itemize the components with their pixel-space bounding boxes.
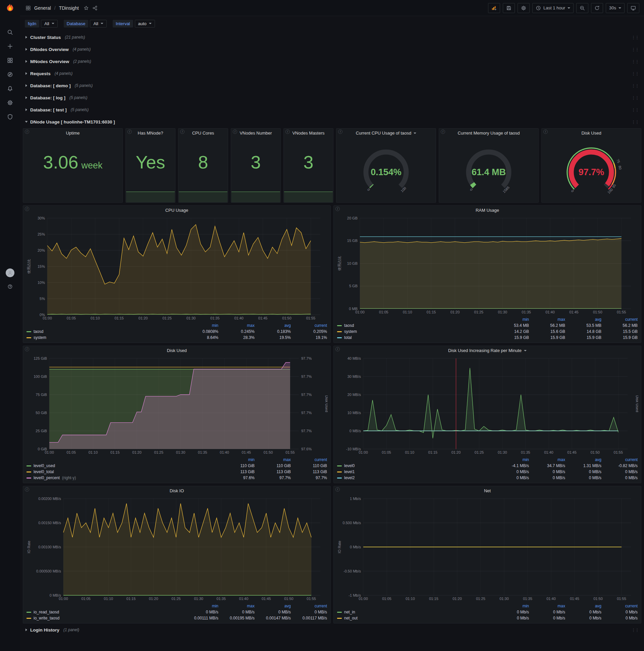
dashboard-settings-button[interactable] [518, 3, 529, 13]
panel-info-icon[interactable]: i [233, 129, 237, 134]
legend-col-avg[interactable]: avg [565, 603, 602, 609]
legend-col-min[interactable]: min [493, 457, 529, 463]
legend-item-taosd[interactable]: taosd [337, 322, 493, 329]
row-drag-handle[interactable]: ⋮⋮ [631, 47, 639, 52]
bell-icon[interactable] [7, 86, 13, 92]
chart-plot[interactable]: 0%5%10%15%20%25%30%01:0001:0501:1001:150… [26, 215, 328, 321]
panel-info-icon[interactable]: i [25, 129, 29, 134]
legend-col-current[interactable]: current [291, 603, 327, 609]
row-drag-handle[interactable]: ⋮⋮ [631, 83, 639, 88]
legend-item-io-write-taosd[interactable]: io_write_taosd [27, 615, 182, 621]
legend-item-net-in[interactable]: net_in [337, 609, 493, 615]
row-drag-handle[interactable]: ⋮⋮ [631, 35, 639, 40]
panel-title[interactable]: Current Memory Usage of taosd [439, 128, 538, 137]
legend-item-level2[interactable]: level2 [337, 475, 493, 481]
chart-plot[interactable]: -10 MB/s0 MB/s10 MB/s20 MB/s30 MB/s40 MB… [336, 356, 638, 456]
plus-icon[interactable] [7, 43, 13, 49]
legend-col-min[interactable]: min [182, 603, 218, 609]
star-icon[interactable] [84, 5, 89, 11]
legend-item-level0-percent[interactable]: level0_percent (right-y) [27, 475, 218, 481]
legend-col-avg[interactable]: avg [255, 603, 291, 609]
user-avatar[interactable] [6, 269, 14, 277]
legend-col-max[interactable]: max [218, 603, 255, 609]
shield-icon[interactable] [7, 114, 13, 120]
legend-item-system[interactable]: system [337, 329, 493, 335]
legend-col-current[interactable]: current [602, 316, 638, 322]
variable-value-interval[interactable]: auto [135, 20, 155, 28]
dashboard-row-database-test[interactable]: Database: [ test ](5 panels)⋮⋮ [23, 104, 641, 116]
legend-item-level0-total[interactable]: level0_total [27, 469, 218, 475]
chart-plot[interactable]: 0 MB/s0.000500 MB/s0.00100 MB/s0.00150 M… [26, 496, 328, 602]
chart-plot[interactable]: 0 GiB25 GiB50 GiB75 GiB100 GiB125 GiB97.… [26, 356, 328, 456]
legend-col-min[interactable]: min [493, 316, 529, 322]
dashboard-row-dnode-usage-huolinhe-tm1701-6030[interactable]: DNode Usage [ huolinhe-TM1701:6030 ]⋮⋮ [23, 116, 641, 127]
row-drag-handle[interactable]: ⋮⋮ [631, 120, 639, 124]
panel-info-icon[interactable]: i [25, 487, 29, 492]
legend-col-current[interactable]: current [291, 457, 327, 463]
legend-col-current[interactable]: current [602, 457, 638, 463]
panel-info-icon[interactable]: i [338, 129, 343, 134]
panel-info-icon[interactable]: i [543, 129, 548, 134]
help-icon[interactable] [7, 284, 13, 289]
legend-col-current[interactable]: current [291, 322, 327, 329]
row-drag-handle[interactable]: ⋮⋮ [631, 627, 639, 632]
legend-item-total[interactable]: total [337, 335, 493, 341]
legend-item-net-out[interactable]: net_out [337, 615, 493, 621]
legend-item-level0[interactable]: level0 [337, 463, 493, 469]
legend-col-max[interactable]: max [529, 603, 565, 609]
refresh-interval-picker[interactable]: 30s [606, 3, 624, 13]
panel-info-icon[interactable]: i [335, 487, 340, 492]
panel-title[interactable]: Disk Used Increasing Rate per Minute [334, 346, 641, 355]
breadcrumb-dashboard[interactable]: TDinsight [59, 5, 79, 11]
tv-mode-button[interactable] [627, 3, 639, 13]
dashboard-row-login-history[interactable]: Login History(1 panel)⋮⋮ [23, 624, 641, 636]
breadcrumb-folder[interactable]: General [34, 5, 51, 11]
panel-info-icon[interactable]: i [25, 347, 29, 351]
dashboard-row-dnodes-overview[interactable]: DNodes Overview(4 panels)⋮⋮ [23, 43, 641, 55]
panel-info-icon[interactable]: i [285, 129, 290, 134]
panel-title[interactable]: Uptime [23, 128, 122, 137]
share-icon[interactable] [92, 5, 98, 11]
row-drag-handle[interactable]: ⋮⋮ [631, 107, 639, 113]
save-dashboard-button[interactable] [503, 3, 515, 13]
chart-plot[interactable]: 0 MB5 GB10 GB15 GB20 GB01:0001:0501:1001… [336, 215, 638, 315]
panel-title[interactable]: Has MNode? [126, 128, 175, 137]
dashboard-row-database-log[interactable]: Database: [ log ](5 panels)⋮⋮ [23, 92, 641, 103]
refresh-button[interactable] [591, 3, 603, 13]
zoom-out-button[interactable] [576, 3, 588, 13]
legend-item-system[interactable]: system [27, 335, 182, 341]
gear-icon[interactable] [7, 100, 13, 106]
panel-title[interactable]: VNodes Number [231, 128, 281, 137]
dashboards-icon[interactable] [26, 5, 31, 11]
legend-col-min[interactable]: min [182, 322, 218, 329]
dashboards-grid-icon[interactable] [7, 57, 13, 63]
dashboard-row-database-demo[interactable]: Database: [ demo ](5 panels)⋮⋮ [23, 80, 641, 91]
legend-col-max[interactable]: max [529, 316, 565, 322]
panel-title[interactable]: Disk Used [23, 346, 330, 355]
panel-info-icon[interactable]: i [441, 129, 445, 134]
panel-info-icon[interactable]: i [335, 347, 340, 351]
legend-col-current[interactable]: current [602, 603, 638, 609]
legend-col-avg[interactable]: avg [565, 316, 602, 322]
panel-title[interactable]: Disk IO [23, 486, 330, 495]
panel-info-icon[interactable]: i [180, 129, 185, 134]
panel-title[interactable]: RAM Usage [334, 206, 641, 215]
panel-title[interactable]: VNodes Masters [284, 128, 333, 137]
search-icon[interactable] [7, 29, 13, 35]
dashboard-row-mnodes-overview[interactable]: MNodes Overview(2 panels)⋮⋮ [23, 56, 641, 67]
legend-col-avg[interactable]: avg [255, 322, 291, 329]
legend-item-io-read-taosd[interactable]: io_read_taosd [27, 609, 182, 615]
chart-plot[interactable]: -1 Mb/s-0.50 Mb/s0 Mb/s0.500 Mb/s1 Mb/s0… [336, 496, 638, 602]
legend-col-min[interactable]: min [218, 457, 255, 463]
panel-info-icon[interactable]: i [127, 129, 132, 134]
legend-col-min[interactable]: min [493, 603, 529, 609]
add-panel-button[interactable] [488, 3, 500, 13]
panel-info-icon[interactable]: i [25, 207, 29, 211]
time-range-picker[interactable]: Last 1 hour [532, 3, 574, 13]
legend-item-level0-used[interactable]: level0_used [27, 463, 218, 469]
compass-icon[interactable] [7, 71, 13, 78]
grafana-logo[interactable] [5, 3, 15, 14]
row-drag-handle[interactable]: ⋮⋮ [631, 71, 639, 76]
variable-value-fqdn[interactable]: All [41, 20, 57, 28]
legend-item-taosd[interactable]: taosd [27, 329, 182, 335]
